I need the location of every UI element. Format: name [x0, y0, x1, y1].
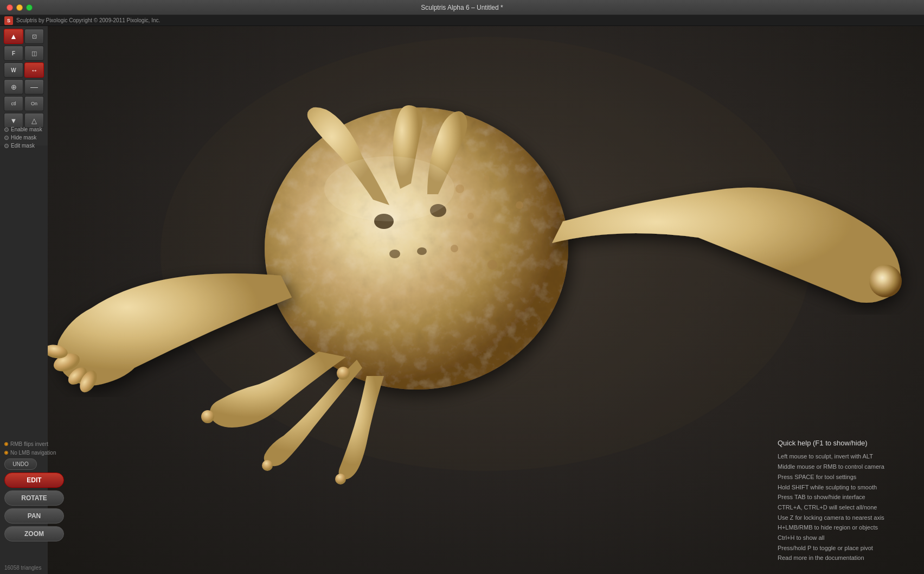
draw-tool-button[interactable]: ▲: [4, 29, 23, 44]
svg-point-15: [467, 213, 474, 219]
svg-point-24: [337, 367, 350, 380]
mask-options: Enable mask Hide mask Edit mask: [4, 122, 42, 149]
quick-help-line: Press TAB to show/hide interface: [778, 492, 913, 502]
enable-mask-row: Enable mask: [4, 126, 42, 132]
rmb-flips-label: RMB flips invert: [10, 441, 48, 447]
on-tool-button[interactable]: On: [24, 96, 44, 111]
svg-point-20: [516, 201, 523, 209]
quick-help-title: Quick help (F1 to show/hide): [778, 439, 913, 447]
svg-point-16: [451, 245, 458, 252]
grab-tool-button[interactable]: ⊡: [24, 29, 44, 44]
edit-mask-radio[interactable]: [4, 144, 9, 148]
app-logo: S: [4, 16, 13, 25]
svg-point-9: [869, 265, 902, 297]
quick-help-line: Left mouse to sculpt, invert with ALT: [778, 451, 913, 462]
enable-mask-radio[interactable]: [4, 127, 9, 132]
triangle-count: 16058 triangles: [4, 565, 41, 571]
svg-point-18: [487, 260, 497, 270]
smooth-tool-button[interactable]: W: [4, 62, 23, 78]
quick-help-line: Read more in the documentation: [778, 553, 913, 563]
bottom-left-controls: RMB flips invert No LMB navigation UNDO …: [4, 441, 69, 541]
svg-point-14: [455, 184, 464, 193]
rmb-flips-info: RMB flips invert: [4, 441, 69, 447]
zoom-button[interactable]: ZOOM: [4, 526, 64, 541]
edit-mask-row: Edit mask: [4, 143, 42, 149]
enable-mask-label: Enable mask: [11, 126, 42, 132]
tool-row-1: ▲ ⊡: [4, 29, 44, 44]
symmetry-tool-button[interactable]: ↔: [24, 62, 44, 78]
hide-mask-radio[interactable]: [4, 136, 9, 140]
appbar: S Sculptris by Pixologic Copyright © 200…: [0, 15, 924, 26]
quick-help-line: Press SPACE for tool settings: [778, 472, 913, 482]
ctrl-tool-button[interactable]: ctl: [4, 96, 23, 111]
svg-point-23: [335, 474, 346, 484]
minimize-button[interactable]: [16, 4, 23, 11]
quick-help-line: Ctrl+H to show all: [778, 533, 913, 543]
crease-tool-button[interactable]: ◫: [24, 46, 44, 61]
pinch-tool-button[interactable]: —: [24, 79, 44, 94]
quick-help-line: Hold SHIFT while sculpting to smooth: [778, 482, 913, 493]
edit-button[interactable]: EDIT: [4, 473, 64, 488]
rmb-radio: [4, 442, 8, 446]
svg-point-25: [324, 156, 454, 221]
lmb-radio: [4, 451, 8, 455]
undo-button[interactable]: UNDO: [4, 458, 37, 470]
flatten-tool-button[interactable]: F: [4, 46, 23, 61]
svg-point-21: [201, 410, 214, 423]
maximize-button[interactable]: [26, 4, 33, 11]
titlebar: Sculptris Alpha 6 – Untitled *: [0, 0, 924, 15]
window-controls: [7, 4, 33, 11]
quick-help-lines: Left mouse to sculpt, invert with ALTMid…: [778, 451, 913, 563]
tool-row-4: ⊕ —: [4, 79, 44, 94]
tool-row-5: ctl On: [4, 96, 44, 111]
app-copyright: Sculptris by Pixologic Copyright © 2009-…: [16, 17, 160, 23]
quick-help-line: Press/hold P to toggle or place pivot: [778, 543, 913, 553]
svg-point-22: [262, 460, 273, 471]
quick-help-line: Middle mouse or RMB to control camera: [778, 462, 913, 472]
hide-mask-label: Hide mask: [11, 135, 36, 141]
tool-row-3: W ↔: [4, 62, 44, 78]
svg-point-12: [389, 250, 400, 258]
pan-button[interactable]: PAN: [4, 508, 64, 524]
no-lmb-label: No LMB navigation: [10, 450, 56, 456]
quick-help-panel: Quick help (F1 to show/hide) Left mouse …: [778, 439, 913, 563]
svg-point-17: [484, 175, 490, 181]
edit-mask-label: Edit mask: [11, 143, 35, 149]
quick-help-line: CTRL+A, CTRL+D will select all/none: [778, 502, 913, 513]
hide-mask-row: Hide mask: [4, 135, 42, 141]
window-title: Sculptris Alpha 6 – Untitled *: [421, 4, 503, 11]
close-button[interactable]: [7, 4, 13, 11]
quick-help-line: Use Z for locking camera to nearest axis: [778, 513, 913, 523]
no-lmb-info: No LMB navigation: [4, 450, 69, 456]
svg-point-19: [500, 229, 506, 235]
rotate-button[interactable]: ROTATE: [4, 490, 64, 506]
quick-help-line: H+LMB/RMB to hide region or objects: [778, 522, 913, 533]
tool-row-2: F ◫: [4, 46, 44, 61]
inflate-tool-button[interactable]: ⊕: [4, 79, 23, 94]
svg-point-13: [417, 247, 427, 255]
